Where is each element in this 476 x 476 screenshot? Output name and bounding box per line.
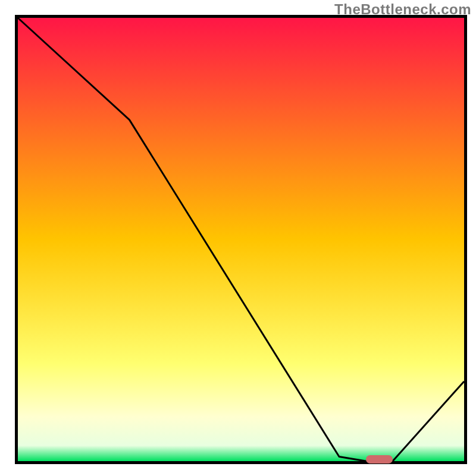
plot-background (18, 18, 464, 461)
frame-bottom (15, 461, 467, 464)
frame-top (15, 15, 467, 18)
frame-right (464, 18, 467, 464)
optimal-range-marker (366, 455, 393, 464)
bottleneck-chart (0, 0, 476, 476)
frame-left (15, 18, 18, 464)
chart-container: TheBottleneck.com (0, 0, 476, 476)
